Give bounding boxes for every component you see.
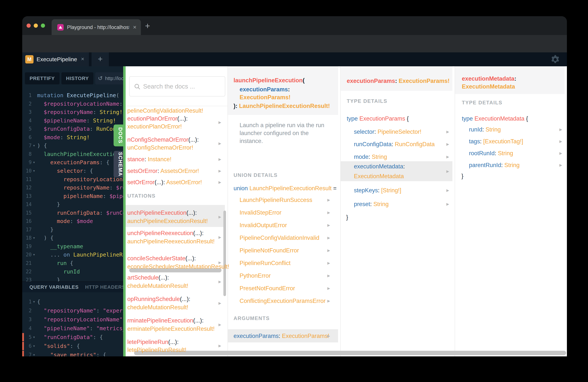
code-line[interactable]: 18▾ ) { bbox=[22, 234, 126, 242]
doc-field-row[interactable]: unConfigSchemaOrError! bbox=[127, 144, 193, 151]
doc-field-row[interactable]: aunchPipelineReexecutionResult! bbox=[127, 238, 215, 245]
doc-field-row[interactable]: letePipelineRunResult! bbox=[127, 346, 187, 354]
fold-arrow-icon[interactable]: ▾ bbox=[33, 251, 35, 259]
doc-field-row[interactable]: executionParams: ExecutionParams! bbox=[233, 332, 329, 340]
code-line[interactable]: 11 repositoryLocationName: $repositoryLo… bbox=[22, 175, 126, 184]
expand-arrow-icon[interactable]: ▶ bbox=[446, 188, 449, 193]
docs-search-box[interactable] bbox=[129, 76, 225, 96]
expand-arrow-icon[interactable]: ▶ bbox=[327, 248, 330, 253]
doc-field-row[interactable]: InvalidOutputError bbox=[240, 221, 287, 229]
minimize-window-button[interactable] bbox=[34, 23, 38, 28]
expand-arrow-icon[interactable]: ▶ bbox=[559, 127, 562, 132]
doc-field-row[interactable]: econcileSchedulerStateMutationResult! bbox=[127, 263, 229, 271]
code-line[interactable]: 3 "repositoryLocationName": "metrics_rep… bbox=[22, 315, 126, 324]
tab-docs[interactable]: DOCS bbox=[114, 125, 123, 146]
doc-field-row[interactable]: erminatePipelineExecutionResult! bbox=[127, 325, 215, 333]
code-line[interactable]: 22 runId bbox=[22, 268, 126, 276]
fold-arrow-icon[interactable]: ▾ bbox=[33, 158, 35, 167]
doc-field-row[interactable]: executionMetadata: bbox=[354, 163, 405, 170]
doc-field-row[interactable]: pelineConfigValidationResult! bbox=[127, 107, 203, 114]
code-line[interactable]: 13 pipelineName: $pipelineName bbox=[22, 192, 126, 200]
expand-arrow-icon[interactable]: ▶ bbox=[446, 155, 449, 159]
code-line[interactable]: 6 $mode: String! bbox=[22, 133, 126, 142]
close-tab-icon[interactable]: × bbox=[133, 24, 137, 30]
doc-field-row[interactable]: setOrError(...): AssetOrError! bbox=[127, 179, 202, 186]
code-line[interactable]: 6▾ "solids": { bbox=[22, 342, 126, 350]
fold-arrow-icon[interactable]: ▾ bbox=[33, 142, 35, 150]
expand-arrow-icon[interactable]: ▶ bbox=[559, 139, 562, 144]
expand-arrow-icon[interactable]: ▶ bbox=[327, 274, 330, 278]
doc-field-row[interactable]: stepKeys: [String!] bbox=[354, 187, 401, 194]
doc-field-row[interactable]: LaunchPipelineRunSuccess bbox=[240, 196, 312, 204]
doc-field-row[interactable]: stance: Instance! bbox=[127, 156, 171, 163]
expand-arrow-icon[interactable]: ▶ bbox=[218, 141, 221, 146]
expand-arrow-icon[interactable]: ▶ bbox=[218, 180, 221, 185]
fold-arrow-icon[interactable]: ▾ bbox=[33, 342, 35, 350]
code-line[interactable]: 21 run { bbox=[22, 259, 126, 267]
expand-arrow-icon[interactable]: ▶ bbox=[327, 261, 330, 265]
doc-field-row[interactable]: rootRunId: String bbox=[469, 149, 513, 157]
expand-arrow-icon[interactable]: ▶ bbox=[327, 198, 330, 202]
expand-arrow-icon[interactable]: ▶ bbox=[446, 129, 449, 134]
close-window-button[interactable] bbox=[26, 23, 31, 28]
doc-field-row[interactable]: artSchedule(...): bbox=[127, 274, 169, 281]
expand-arrow-icon[interactable]: ▶ bbox=[327, 211, 330, 215]
doc-field-row[interactable]: runId: String bbox=[469, 126, 501, 133]
doc-field-row[interactable]: runConfigData: RunConfigData bbox=[354, 141, 435, 148]
code-line[interactable]: 2 "repositoryName": "experimental_reposi… bbox=[22, 306, 126, 315]
code-line[interactable]: 9▾ executionParams: { bbox=[22, 158, 126, 167]
doc-field-row[interactable]: xecutionPlanOrError! bbox=[127, 123, 182, 130]
expand-arrow-icon[interactable]: ▶ bbox=[559, 151, 562, 156]
fold-arrow-icon[interactable]: ▾ bbox=[33, 351, 35, 356]
code-line[interactable]: 1mutation ExecutePipeline( bbox=[22, 91, 126, 100]
expand-arrow-icon[interactable]: ▶ bbox=[327, 299, 330, 303]
docs-search-input[interactable] bbox=[143, 78, 223, 95]
expand-arrow-icon[interactable]: ▶ bbox=[218, 235, 221, 240]
expand-arrow-icon[interactable]: ▶ bbox=[559, 163, 562, 168]
doc-field-row[interactable]: opRunningSchedule(...): bbox=[127, 295, 190, 303]
expand-arrow-icon[interactable]: ▶ bbox=[218, 260, 221, 265]
doc-field-row[interactable]: PresetNotFoundError bbox=[240, 285, 295, 292]
expand-arrow-icon[interactable]: ▶ bbox=[218, 322, 221, 327]
doc-field-row[interactable]: PipelineConfigValidationInvalid bbox=[240, 234, 319, 242]
code-line[interactable]: 16 mode: $mode bbox=[22, 217, 126, 225]
expand-arrow-icon[interactable]: ▶ bbox=[327, 334, 330, 338]
code-line[interactable]: 7▾) { bbox=[22, 142, 126, 150]
code-line[interactable]: 20▾ ... on LaunchPipelineRunSuccess { bbox=[22, 251, 126, 259]
new-tab-button[interactable]: + bbox=[145, 21, 150, 30]
code-line[interactable]: 3 $repositoryName: String! bbox=[22, 108, 126, 116]
doc-field-row[interactable]: setsOrError: AssetsOrError! bbox=[127, 167, 199, 175]
docs-panel-edge[interactable] bbox=[123, 66, 126, 356]
tab-query-variables[interactable]: QUERY VARIABLES bbox=[29, 284, 79, 290]
doc-field-row[interactable]: mode: String bbox=[354, 153, 387, 161]
doc-field-row[interactable]: aunchPipelineExecutionResult! bbox=[127, 217, 208, 225]
doc-field-row[interactable]: PythonError bbox=[240, 272, 271, 279]
expand-arrow-icon[interactable]: ▶ bbox=[218, 169, 221, 173]
doc-field-row[interactable]: PipelineNotFoundError bbox=[240, 247, 299, 254]
expand-arrow-icon[interactable]: ▶ bbox=[446, 142, 449, 147]
doc-field-row[interactable]: parentRunId: String bbox=[469, 161, 520, 169]
code-line[interactable]: 10▾ selector: { bbox=[22, 167, 126, 175]
doc-field-row[interactable]: rminatePipelineExecution(...): bbox=[127, 317, 204, 324]
tab-http-headers[interactable]: HTTP HEADERS bbox=[85, 284, 126, 290]
doc-field-row[interactable]: preset: String bbox=[354, 200, 389, 208]
settings-gear-icon[interactable] bbox=[550, 54, 561, 65]
doc-field-row[interactable]: letePipelineRun(...): bbox=[127, 338, 179, 346]
playground-tab-executepipeline[interactable]: M ExecutePipeline × bbox=[22, 52, 89, 66]
vertical-scrollbar-thumb[interactable] bbox=[223, 211, 226, 296]
refresh-schema-icon[interactable]: ↺ bbox=[98, 72, 103, 85]
doc-field-row[interactable]: ecutionPlanOrError(...): bbox=[127, 115, 188, 123]
query-editor[interactable]: PRETTIFY HISTORY ↺ http://loc 1mutation … bbox=[22, 66, 126, 356]
horizontal-scrollbar-thumb[interactable] bbox=[134, 351, 566, 355]
code-line[interactable]: 15 runConfigData: $runConfigData bbox=[22, 209, 126, 217]
code-line[interactable]: 19 __typename bbox=[22, 242, 126, 251]
expand-arrow-icon[interactable]: ▶ bbox=[327, 223, 330, 228]
fold-arrow-icon[interactable]: ▾ bbox=[33, 234, 35, 242]
doc-field-row[interactable]: ExecutionMetadata bbox=[354, 172, 404, 180]
expand-arrow-icon[interactable]: ▶ bbox=[218, 120, 221, 125]
code-line[interactable]: 17 } bbox=[22, 226, 126, 234]
code-line[interactable]: 2 $repositoryLocationName: String! bbox=[22, 100, 126, 108]
expand-arrow-icon[interactable]: ▶ bbox=[218, 157, 221, 162]
doc-field-row[interactable]: InvalidStepError bbox=[240, 209, 281, 216]
doc-field-row[interactable]: unchPipelineExecution(...): bbox=[127, 209, 197, 217]
